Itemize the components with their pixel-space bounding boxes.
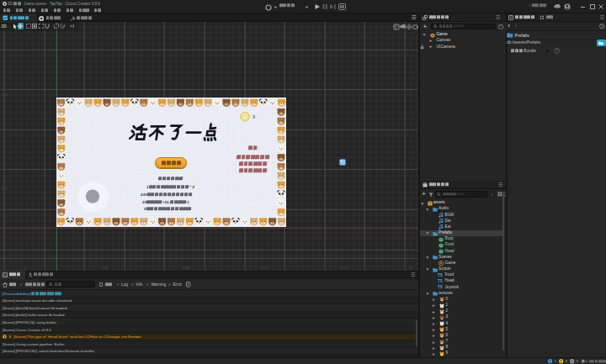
svg-text:?: ?: [556, 49, 558, 53]
